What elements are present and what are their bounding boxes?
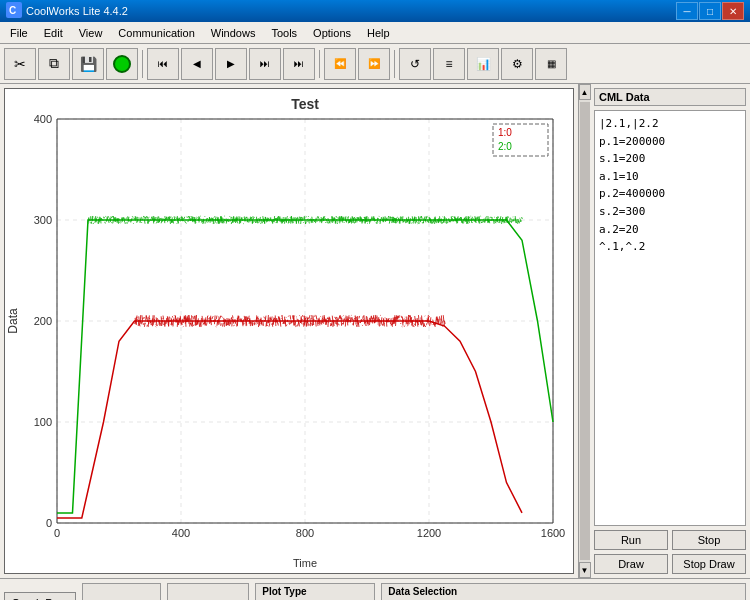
graph-canvas[interactable]: [5, 89, 573, 573]
cml-panel-title: CML Data: [594, 88, 746, 106]
tb-next-next[interactable]: ⏭: [283, 48, 315, 80]
plot-type-group: Plot Type Time History Plot X-Y Plot: [255, 583, 375, 600]
tb-save[interactable]: 💾: [72, 48, 104, 80]
tb-settings[interactable]: ⚙: [501, 48, 533, 80]
scroll-up[interactable]: ▲: [579, 84, 591, 100]
cml-line-4: a.1=10: [599, 168, 741, 186]
cml-line-3: s.1=200: [599, 150, 741, 168]
setting-group: Setting Streaming Polling: [82, 583, 161, 600]
tb-cut[interactable]: ✂: [4, 48, 36, 80]
cml-panel: CML Data |2.1,|2.2 p.1=200000 s.1=200 a.…: [590, 84, 750, 578]
scroll-down[interactable]: ▼: [579, 562, 591, 578]
close-button[interactable]: ✕: [722, 2, 744, 20]
tb-prev-prev[interactable]: ⏮: [147, 48, 179, 80]
graph-prop-button[interactable]: Graph Prop: [4, 592, 76, 600]
cml-data-box: |2.1,|2.2 p.1=200000 s.1=200 a.1=10 p.2=…: [594, 110, 746, 526]
menu-tools[interactable]: Tools: [263, 22, 305, 43]
cml-line-1: |2.1,|2.2: [599, 115, 741, 133]
menu-help[interactable]: Help: [359, 22, 398, 43]
draw-button[interactable]: Draw: [594, 554, 668, 574]
titlebar-controls: ─ □ ✕: [676, 2, 744, 20]
connect-indicator: [113, 55, 131, 73]
stop-button[interactable]: Stop: [672, 530, 746, 550]
graph-container: [4, 88, 574, 574]
cml-buttons-row1: Run Stop: [594, 530, 746, 550]
right-scrollbar: ▲ ▼: [578, 84, 590, 578]
menu-edit[interactable]: Edit: [36, 22, 71, 43]
cml-buttons-row2: Draw Stop Draw: [594, 554, 746, 574]
plot-type-label: Plot Type: [262, 586, 368, 597]
tb-chart[interactable]: 📊: [467, 48, 499, 80]
main-area: ▲ ▼ CML Data |2.1,|2.2 p.1=200000 s.1=20…: [0, 84, 750, 578]
tb-rew[interactable]: ⏪: [324, 48, 356, 80]
data-sel-label: Data Selection: [388, 586, 739, 597]
tb-connect[interactable]: [106, 48, 138, 80]
cml-line-5: p.2=400000: [599, 185, 741, 203]
tb-list[interactable]: ≡: [433, 48, 465, 80]
svg-text:C: C: [9, 5, 16, 16]
menu-options[interactable]: Options: [305, 22, 359, 43]
scroll-thumb[interactable]: [580, 102, 590, 560]
menu-file[interactable]: File: [2, 22, 36, 43]
data-selection-group: Data Selection Motor ID 2 1 3 Y Data Typ…: [381, 583, 746, 600]
run-button[interactable]: Run: [594, 530, 668, 550]
tb-copy[interactable]: ⧉: [38, 48, 70, 80]
toolbar-sep1: [142, 50, 143, 78]
stop-draw-button[interactable]: Stop Draw: [672, 554, 746, 574]
maximize-button[interactable]: □: [699, 2, 721, 20]
cml-line-2: p.1=200000: [599, 133, 741, 151]
tb-prev[interactable]: ◀: [181, 48, 213, 80]
tb-extra[interactable]: ▦: [535, 48, 567, 80]
tb-next[interactable]: ⏭: [249, 48, 281, 80]
menu-windows[interactable]: Windows: [203, 22, 264, 43]
titlebar-icon: C: [6, 2, 22, 20]
minimize-button[interactable]: ─: [676, 2, 698, 20]
tb-play[interactable]: ▶: [215, 48, 247, 80]
graph-area: [0, 84, 578, 578]
menu-communication[interactable]: Communication: [110, 22, 202, 43]
cml-line-8: ^.1,^.2: [599, 238, 741, 256]
menubar: File Edit View Communication Windows Too…: [0, 22, 750, 44]
bottom-controls: Graph Prop Clear Graph Setting Streaming…: [0, 578, 750, 600]
titlebar-title: CoolWorks Lite 4.4.2: [26, 5, 128, 17]
toolbar-sep3: [394, 50, 395, 78]
sampling-group: SamplingTime ms: [167, 583, 249, 600]
toolbar: ✂ ⧉ 💾 ⏮ ◀ ▶ ⏭ ⏭ ⏪ ⏩ ↺ ≡ 📊 ⚙ ▦: [0, 44, 750, 84]
cml-line-7: a.2=20: [599, 221, 741, 239]
toolbar-sep2: [319, 50, 320, 78]
tb-ff[interactable]: ⏩: [358, 48, 390, 80]
tb-refresh[interactable]: ↺: [399, 48, 431, 80]
cml-line-6: s.2=300: [599, 203, 741, 221]
menu-view[interactable]: View: [71, 22, 111, 43]
titlebar: C CoolWorks Lite 4.4.2 ─ □ ✕: [0, 0, 750, 22]
